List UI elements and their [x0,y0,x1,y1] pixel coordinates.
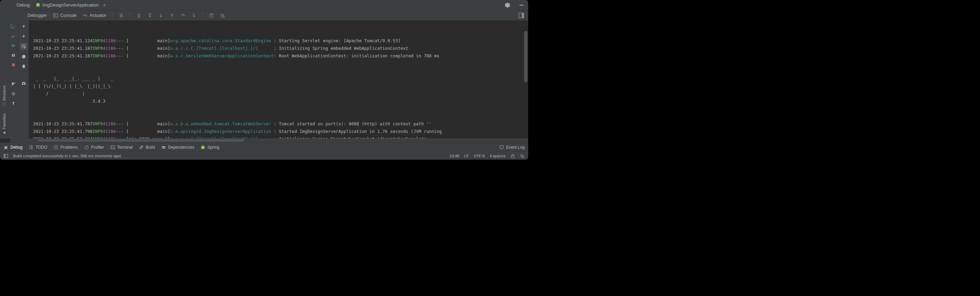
favorites-sidetab[interactable]: ★Favorites [2,111,6,138]
log-row: 2021-10-23 23:25:41.187 INFO 41186 --- [… [33,44,525,52]
log-row: 2021-10-23 23:25:41.787 INFO 41186 --- [… [33,120,525,128]
run-config-name: ImgDesignServerApplication [42,2,99,8]
rerun-icon[interactable] [10,23,16,30]
settings2-icon[interactable] [220,13,225,18]
horizontal-scrollbar-thumb[interactable] [38,139,244,142]
event-log-tab[interactable]: Event Log [499,145,525,150]
settings-icon[interactable] [505,2,510,8]
horizontal-scrollbar-track[interactable] [10,138,528,142]
step-over-icon[interactable] [181,13,185,18]
svg-rect-26 [162,146,165,147]
build-status: Build completed successfully in 1 sec, 9… [13,154,121,158]
status-linesep[interactable]: LF [464,154,469,158]
svg-point-32 [520,154,523,157]
svg-point-22 [5,146,7,149]
terminal-icon [110,145,115,150]
log-row: 2021-10-23 23:25:41.124 INFO 41186 --- [… [33,37,525,44]
status-indent[interactable]: 4 spaces [490,154,506,158]
problems-icon [54,145,59,150]
console-tab[interactable]: Console [53,13,77,18]
svg-rect-27 [162,148,165,149]
down2-icon[interactable] [159,13,163,18]
spring-boot-icon [36,3,40,7]
svg-rect-16 [22,55,25,56]
status-time: 13:46 [449,154,460,158]
svg-rect-25 [111,146,115,149]
layout-icon[interactable] [519,13,524,18]
down-stack-icon[interactable] [148,13,152,18]
notifications-icon[interactable] [520,154,525,158]
bug-icon [3,145,8,150]
dependencies-tab[interactable]: Dependencies [161,145,195,150]
calc-icon[interactable] [209,13,214,18]
todo-tab[interactable]: TODO [29,145,47,150]
close-tab-icon[interactable]: × [103,2,106,8]
debug-toolbar: Debug: ImgDesignServerApplication × [0,0,528,10]
console-actions [19,21,29,138]
status-window-icon[interactable] [3,154,8,158]
spring-tab[interactable]: Spring [200,145,220,150]
scroll-up-icon[interactable] [21,23,27,30]
actuator-tab[interactable]: Actuator [83,13,106,18]
log-row: 2021-10-23 23:25:41.798 INFO 41186 --- [… [33,128,525,135]
profiler-tab[interactable]: Profiler [84,145,104,150]
clear-icon[interactable] [21,63,27,70]
svg-rect-6 [210,14,213,15]
resume-icon[interactable] [10,43,16,49]
svg-rect-1 [520,5,524,5]
svg-rect-11 [12,54,13,57]
gear2-icon[interactable] [10,91,16,97]
wrench-icon[interactable] [10,33,16,39]
svg-rect-13 [12,63,15,66]
log-row: 2021-10-23 23:25:52.224 INFO 41186 --- [… [33,135,525,138]
svg-rect-5 [210,14,213,17]
structure-sidetab[interactable]: ⬚Structure [2,83,6,109]
debugger-tab[interactable]: Debugger [27,13,47,18]
svg-point-28 [201,145,205,149]
soft-wrap-icon[interactable] [20,43,27,50]
run-config-tab[interactable]: ImgDesignServerApplication × [36,2,106,8]
ascii-art: _ _ |_ _ _|_. ___ _ | _ | | |\/|_)(_| | … [33,75,525,105]
status-encoding[interactable]: UTF-8 [474,154,485,158]
svg-rect-10 [12,44,13,47]
svg-rect-3 [138,17,140,17]
svg-point-15 [13,93,14,95]
scroll-down-icon[interactable] [21,33,27,39]
terminal-tab[interactable]: Terminal [110,145,133,150]
pin-icon[interactable] [10,100,16,106]
eventlog-icon [499,145,504,150]
camera-icon[interactable] [21,80,27,87]
lock-icon[interactable] [510,154,515,158]
debug-tab[interactable]: Debug [3,145,22,150]
stop-icon[interactable] [10,62,16,68]
mute-bp-icon[interactable] [10,81,16,87]
problems-tab[interactable]: Problems [54,145,78,150]
build-tab[interactable]: Build [139,145,155,150]
breakpoint-icon[interactable] [10,71,16,78]
pause-icon[interactable] [10,52,16,59]
svg-point-20 [23,83,24,84]
console-output[interactable]: 2021-10-23 23:25:41.124 INFO 41186 --- [… [29,21,528,138]
up-stack-icon[interactable] [137,13,141,18]
svg-rect-21 [23,82,24,83]
svg-rect-18 [23,57,25,59]
svg-rect-30 [4,154,5,158]
minimize-icon[interactable] [519,3,524,8]
actuator-icon [83,13,88,18]
dependencies-icon [161,145,166,150]
left-sidebar: ⬚Structure ★Favorites [0,21,8,138]
toggle-tree-icon[interactable] [119,13,124,18]
vertical-scrollbar[interactable] [524,31,528,82]
svg-rect-4 [148,13,151,14]
build-icon [139,145,144,150]
log-row: 2021-10-23 23:25:41.187 INFO 41186 --- [… [33,52,525,60]
console-icon [53,13,58,18]
print-icon[interactable] [21,54,27,60]
debug-subbar: Debugger Console Actuator [0,10,528,21]
step-into-icon[interactable] [191,13,196,18]
spring-icon [200,145,205,150]
debug-label: Debug: [16,2,31,8]
svg-rect-9 [522,13,524,18]
up2-icon[interactable] [170,13,174,18]
svg-point-33 [522,155,524,158]
